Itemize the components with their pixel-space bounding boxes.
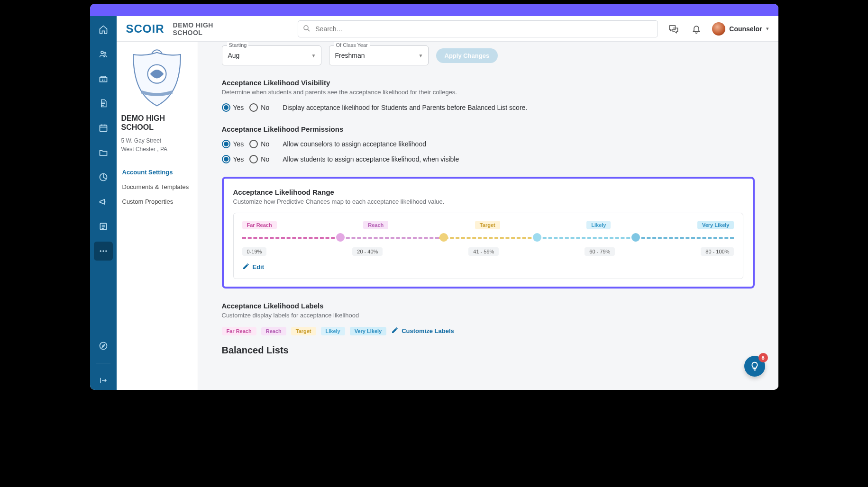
user-menu[interactable]: Counselor ▾ xyxy=(712,22,768,36)
logo[interactable]: SCOIR xyxy=(126,22,164,36)
range-visualizer: Far Reach Reach Target Likely Very Likel… xyxy=(233,213,743,279)
nav-document[interactable] xyxy=(94,94,113,113)
svg-point-9 xyxy=(100,343,107,350)
header-school-name: DEMO HIGH SCHOOL xyxy=(173,21,219,36)
nav-collapse[interactable] xyxy=(94,371,113,390)
help-badge: 8 xyxy=(758,353,768,362)
pill-reach: Reach xyxy=(363,221,388,229)
label-very-likely: Very Likely xyxy=(350,327,387,335)
search-icon xyxy=(302,24,311,35)
address-line1: 5 W. Gay Street xyxy=(121,136,193,145)
starting-value: Aug xyxy=(228,52,240,59)
handle-2[interactable] xyxy=(439,233,448,242)
handle-4[interactable] xyxy=(631,233,640,242)
range-val-2: 41 - 59% xyxy=(468,247,499,256)
perm1-no-radio[interactable]: No xyxy=(249,140,269,148)
seg-likely xyxy=(537,237,636,239)
classyear-label: Of Class Year xyxy=(334,42,370,48)
nav-announce[interactable] xyxy=(94,192,113,211)
handle-1[interactable] xyxy=(336,233,345,242)
bell-icon[interactable] xyxy=(689,22,704,36)
chevron-down-icon: ▼ xyxy=(311,53,316,58)
search-wrapper xyxy=(298,20,658,37)
avatar xyxy=(712,22,725,36)
pill-target: Target xyxy=(475,221,500,229)
nav-college[interactable] xyxy=(94,69,113,88)
visibility-title: Acceptance Likelihood Visibility xyxy=(222,79,755,87)
radio-yes-label: Yes xyxy=(233,155,244,163)
nav-folder[interactable] xyxy=(94,143,113,162)
radio-no-label: No xyxy=(261,140,269,148)
nav-account-settings[interactable]: Account Settings xyxy=(121,165,193,180)
starting-select[interactable]: Starting Aug ▼ xyxy=(222,45,321,65)
svg-point-6 xyxy=(100,250,101,252)
handle-3[interactable] xyxy=(533,233,541,242)
apply-changes-button[interactable]: Apply Changes xyxy=(436,48,498,63)
messages-icon[interactable] xyxy=(667,22,681,36)
radio-yes-label: Yes xyxy=(233,140,244,148)
svg-point-1 xyxy=(104,52,106,54)
range-val-3: 60 - 79% xyxy=(585,247,615,256)
classyear-value: Freshman xyxy=(335,52,365,59)
visibility-yes-radio[interactable]: Yes xyxy=(222,103,244,112)
nav-list[interactable] xyxy=(94,217,113,236)
nav-compass[interactable] xyxy=(94,336,113,355)
rail-divider xyxy=(96,363,110,363)
classyear-select[interactable]: Of Class Year Freshman ▼ xyxy=(329,45,429,65)
labels-title: Acceptance Likelihood Labels xyxy=(222,302,755,310)
pencil-icon xyxy=(242,262,250,271)
range-card: Acceptance Likelihood Range Customize ho… xyxy=(222,177,755,289)
search-input[interactable] xyxy=(298,20,658,37)
nav-calendar[interactable] xyxy=(94,118,113,137)
address-line2: West Chester , PA xyxy=(121,145,193,153)
top-accent-bar xyxy=(90,4,778,16)
side-address: 5 W. Gay Street West Chester , PA xyxy=(121,136,193,153)
svg-point-8 xyxy=(105,250,107,252)
svg-point-0 xyxy=(101,51,103,54)
label-far-reach: Far Reach xyxy=(222,327,256,335)
chevron-down-icon: ▼ xyxy=(419,53,423,58)
customize-label: Customize Labels xyxy=(402,327,454,334)
visibility-desc: Determine when students and parents see … xyxy=(222,89,755,96)
help-button[interactable]: 8 xyxy=(744,356,765,377)
permissions-title: Acceptance Likelihood Permissions xyxy=(222,125,755,133)
left-rail xyxy=(90,16,117,390)
radio-yes-label: Yes xyxy=(233,104,244,111)
perm2-yes-radio[interactable]: Yes xyxy=(222,155,244,163)
label-reach: Reach xyxy=(261,327,286,335)
labels-desc: Customize display labels for acceptance … xyxy=(222,312,755,319)
seg-very-likely xyxy=(636,237,734,239)
content-scroll[interactable]: Starting Aug ▼ Of Class Year Freshman ▼ … xyxy=(198,42,778,390)
side-school-name: DEMO HIGH SCHOOL xyxy=(121,114,193,132)
nav-analytics[interactable] xyxy=(94,168,113,187)
label-likely: Likely xyxy=(321,327,345,335)
range-val-0: 0-19% xyxy=(242,247,267,256)
perm2-text: Allow students to assign acceptance like… xyxy=(283,155,459,163)
starting-label: Starting xyxy=(227,42,249,48)
nav-documents-templates[interactable]: Documents & Templates xyxy=(121,180,193,194)
nav-custom-properties[interactable]: Custom Properties xyxy=(121,194,193,209)
pill-likely: Likely xyxy=(586,221,611,229)
visibility-no-radio[interactable]: No xyxy=(249,103,269,112)
range-title: Acceptance Likelihood Range xyxy=(233,188,743,196)
radio-no-label: No xyxy=(261,155,269,163)
side-panel: DEMO HIGH SCHOOL 5 W. Gay Street West Ch… xyxy=(117,42,198,390)
radio-no-label: No xyxy=(261,104,269,111)
app-header: SCOIR DEMO HIGH SCHOOL Counselor ▾ xyxy=(117,16,778,42)
nav-people[interactable] xyxy=(94,45,113,63)
school-crest xyxy=(124,48,190,110)
edit-label: Edit xyxy=(253,263,265,271)
customize-labels-button[interactable]: Customize Labels xyxy=(391,326,454,335)
perm2-no-radio[interactable]: No xyxy=(249,155,269,163)
perm1-yes-radio[interactable]: Yes xyxy=(222,140,244,148)
edit-range-button[interactable]: Edit xyxy=(242,262,265,271)
perm1-text: Allow counselors to assign acceptance li… xyxy=(283,140,426,148)
range-slider[interactable] xyxy=(242,234,734,242)
pill-very-likely: Very Likely xyxy=(697,221,734,229)
nav-home[interactable] xyxy=(94,20,113,39)
nav-more[interactable] xyxy=(94,242,113,261)
user-label: Counselor xyxy=(729,25,762,33)
range-desc: Customize how Predictive Chances map to … xyxy=(233,198,743,205)
pill-far-reach: Far Reach xyxy=(242,221,277,229)
svg-point-10 xyxy=(304,26,308,30)
